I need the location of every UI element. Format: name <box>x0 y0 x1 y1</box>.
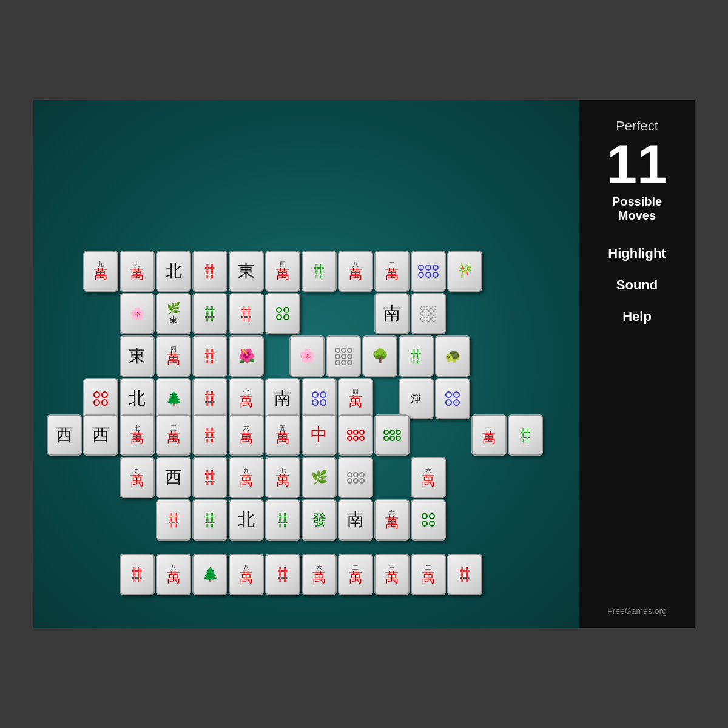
tile[interactable] <box>411 293 446 334</box>
tile[interactable]: ╬╬╬╬ <box>120 554 155 595</box>
tile[interactable]: 六萬 <box>374 499 410 541</box>
tile[interactable]: ╬╬╬╬ <box>156 499 191 541</box>
tile[interactable]: ╬╬╬╬ <box>192 335 228 377</box>
tile[interactable]: 八萬 <box>156 554 191 595</box>
tile[interactable]: 🌺 <box>229 335 264 377</box>
tile[interactable]: 🌳 <box>362 335 397 377</box>
moves-number: 11 <box>607 137 667 192</box>
sidebar: Perfect 11 Possible Moves Highlight Soun… <box>579 100 695 628</box>
tile[interactable]: 三萬 <box>156 414 191 456</box>
tile[interactable]: ╬╬╬╬ <box>192 251 228 292</box>
tile[interactable]: 東 <box>120 335 155 377</box>
tile[interactable]: 二萬 <box>374 251 410 292</box>
tile[interactable] <box>265 293 300 334</box>
tile[interactable]: 三萬 <box>374 554 410 595</box>
tile[interactable] <box>338 457 373 498</box>
sound-button[interactable]: Sound <box>585 272 689 298</box>
tile[interactable]: 🌸 <box>289 335 325 377</box>
tile[interactable] <box>338 414 373 456</box>
tile[interactable] <box>435 378 470 419</box>
tile[interactable]: 四萬 <box>265 251 300 292</box>
tile[interactable] <box>302 378 337 419</box>
tile[interactable] <box>83 378 118 419</box>
tile[interactable]: 九萬 <box>83 251 118 292</box>
board-area[interactable]: 九萬 九萬 北 ╬╬╬╬ 東 四萬 ╬╬╬╬ 八萬 二萬 <box>33 100 579 628</box>
tile[interactable]: 北 <box>229 499 264 541</box>
possible-moves-label: Possible Moves <box>612 195 662 223</box>
tile[interactable]: 四萬 <box>156 335 191 377</box>
tile[interactable] <box>411 499 446 541</box>
tile[interactable]: 七萬 <box>265 457 300 498</box>
tile[interactable]: 🌿東 <box>156 293 191 334</box>
tile[interactable]: 南 <box>374 293 410 334</box>
tile[interactable] <box>374 414 410 456</box>
tile[interactable] <box>411 251 446 292</box>
help-button[interactable]: Help <box>585 304 689 329</box>
tile[interactable]: 四萬 <box>338 378 373 419</box>
tile[interactable]: 九萬 <box>120 251 155 292</box>
perfect-label: Perfect <box>616 118 658 134</box>
highlight-button[interactable]: Highlight <box>585 241 689 266</box>
tile[interactable]: 西 <box>83 414 118 456</box>
tile[interactable]: 六萬 <box>302 554 337 595</box>
tile[interactable]: 淨 <box>399 378 434 419</box>
tile[interactable]: ╬╬╬╬ <box>265 499 300 541</box>
tile[interactable]: 二萬 <box>338 554 373 595</box>
tile[interactable]: ╬╬╬╬ <box>508 414 543 456</box>
tile[interactable]: ╬╬╬╬ <box>265 554 300 595</box>
tile[interactable]: 🌲 <box>156 378 191 419</box>
tile[interactable]: 西 <box>47 414 82 456</box>
tile[interactable]: 北 <box>120 378 155 419</box>
sidebar-top: Perfect 11 Possible Moves Highlight Soun… <box>585 118 689 335</box>
tile[interactable]: 六萬 <box>411 457 446 498</box>
tile[interactable]: ╬╬╬╬ <box>229 293 264 334</box>
tile[interactable]: 南 <box>338 499 373 541</box>
tile[interactable]: ╬╬╬╬ <box>192 378 228 419</box>
tile[interactable]: ╬╬╬╬ <box>192 293 228 334</box>
tile[interactable]: ╬╬╬╬ <box>192 457 228 498</box>
tile[interactable]: 🌲 <box>192 554 228 595</box>
tile[interactable]: 🎋 <box>447 251 482 292</box>
tile[interactable]: 東 <box>229 251 264 292</box>
tile[interactable]: 中 <box>302 414 337 456</box>
tile[interactable]: 北 <box>156 251 191 292</box>
tile[interactable]: 二萬 <box>411 554 446 595</box>
tile[interactable]: 七萬 <box>120 414 155 456</box>
tile[interactable]: 一萬 <box>471 414 507 456</box>
tile[interactable]: ╬╬╬╬ <box>399 335 434 377</box>
tile[interactable]: 六萬 <box>229 414 264 456</box>
tile[interactable]: 發 <box>302 499 337 541</box>
tile[interactable]: ╬╬╬╬ <box>192 499 228 541</box>
game-container: 九萬 九萬 北 ╬╬╬╬ 東 四萬 ╬╬╬╬ 八萬 二萬 <box>33 100 695 628</box>
tile[interactable]: 五萬 <box>265 414 300 456</box>
tile[interactable]: 🌿 <box>302 457 337 498</box>
tile[interactable] <box>326 335 361 377</box>
tile[interactable]: 八萬 <box>229 554 264 595</box>
tile[interactable]: 🌸 <box>120 293 155 334</box>
tile[interactable]: 南 <box>265 378 300 419</box>
tile[interactable]: 🐢 <box>435 335 470 377</box>
tile[interactable]: 八萬 <box>338 251 373 292</box>
tile[interactable]: 九萬 <box>229 457 264 498</box>
tile[interactable]: ╬╬╬╬ <box>302 251 337 292</box>
tile[interactable]: 西 <box>156 457 191 498</box>
tile[interactable]: ╬╬╬╬ <box>447 554 482 595</box>
freegames-label: FreeGames.org <box>607 606 667 616</box>
tile[interactable]: 九萬 <box>120 457 155 498</box>
tile[interactable]: 七萬 <box>229 378 264 419</box>
tile[interactable]: ╬╬╬╬ <box>192 414 228 456</box>
